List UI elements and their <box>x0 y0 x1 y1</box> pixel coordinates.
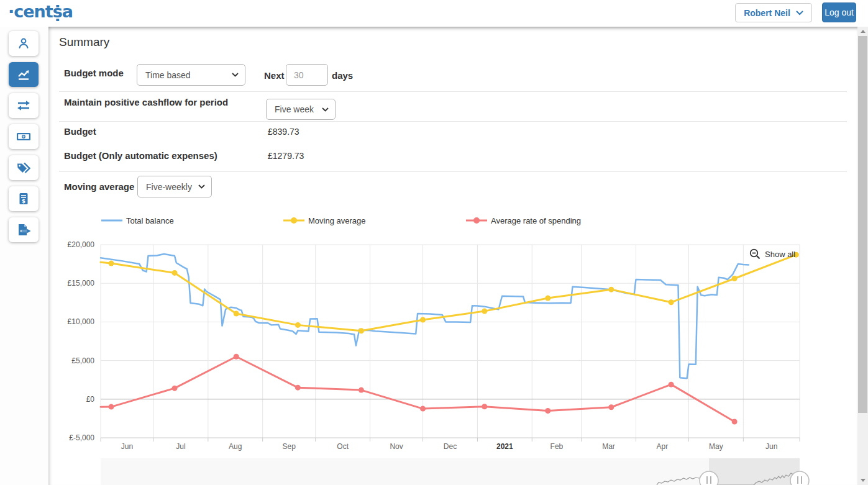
legend-item-avg-spending[interactable]: Average rate of spending <box>466 215 581 225</box>
svg-text:Oct: Oct <box>337 442 349 451</box>
marker-moving_average[interactable] <box>732 276 738 281</box>
scrollbar-up-arrow[interactable] <box>857 27 868 36</box>
cashflow-period-value: Five week <box>275 104 314 114</box>
marker-moving_average[interactable] <box>545 296 550 301</box>
chevron-down-icon <box>198 184 205 189</box>
app-logo[interactable]: ·centṩa <box>8 2 73 21</box>
marker-moving_average[interactable] <box>109 261 114 266</box>
show-all-button[interactable]: Show all <box>749 248 795 260</box>
legend-line-sample <box>101 217 122 224</box>
budget-mode-select[interactable]: Time based <box>137 64 245 86</box>
sidebar-item-export[interactable] <box>9 217 39 242</box>
transfers-icon <box>16 98 32 113</box>
budget-value: £839.73 <box>268 127 299 137</box>
navigator-window[interactable] <box>709 458 800 485</box>
marker-avg_rate_of_spending[interactable] <box>234 354 239 360</box>
svg-text:£-5,000: £-5,000 <box>69 433 94 442</box>
svg-text:Jun: Jun <box>121 442 133 451</box>
marker-avg_rate_of_spending[interactable] <box>669 382 674 388</box>
marker-moving_average[interactable] <box>295 322 301 328</box>
chart-line-icon <box>16 67 31 82</box>
chevron-down-icon <box>796 11 803 16</box>
scrollbar-thumb[interactable] <box>858 36 867 413</box>
svg-text:Nov: Nov <box>390 442 403 451</box>
svg-text:Apr: Apr <box>657 442 669 451</box>
marker-avg_rate_of_spending[interactable] <box>295 385 301 391</box>
marker-moving_average[interactable] <box>669 299 674 305</box>
app-header: ·centṩa Robert Neil Log out <box>0 0 868 27</box>
marker-moving_average[interactable] <box>482 309 487 314</box>
marker-moving_average[interactable] <box>172 270 178 276</box>
sidebar-item-invoices[interactable]: $ <box>9 186 39 211</box>
budget-label: Budget <box>64 126 96 137</box>
marker-avg_rate_of_spending[interactable] <box>109 404 114 410</box>
marker-avg_rate_of_spending[interactable] <box>732 419 738 425</box>
series-moving_average <box>101 255 796 331</box>
days-label: days <box>332 70 353 81</box>
cashflow-period-select[interactable]: Five week <box>266 99 336 120</box>
navigator-handle-left[interactable] <box>700 471 718 485</box>
vertical-scrollbar[interactable] <box>857 27 868 485</box>
legend-item-total-balance[interactable]: Total balance <box>101 215 174 225</box>
user-icon <box>16 36 31 51</box>
marker-moving_average[interactable] <box>359 328 364 333</box>
sidebar-item-transactions[interactable] <box>9 93 39 118</box>
logout-button[interactable]: Log out <box>822 2 856 22</box>
budget-auto-label: Budget (Only automatic expenses) <box>64 150 217 161</box>
cashflow-label: Maintain positive cashflow for period <box>64 97 228 107</box>
next-days-input[interactable] <box>286 64 328 86</box>
marker-avg_rate_of_spending[interactable] <box>359 388 364 393</box>
marker-avg_rate_of_spending[interactable] <box>482 404 487 409</box>
marker-moving_average[interactable] <box>234 310 239 316</box>
svg-text:£15,000: £15,000 <box>68 279 95 288</box>
moving-average-value: Five-weekly <box>146 182 192 192</box>
banknote-icon <box>16 129 32 144</box>
legend-line-sample <box>466 217 487 224</box>
sidebar-item-profile[interactable] <box>9 31 39 56</box>
svg-text:$: $ <box>22 198 25 204</box>
svg-text:Feb: Feb <box>550 442 564 451</box>
svg-text:Aug: Aug <box>229 442 242 451</box>
sidebar-item-tags[interactable] <box>9 155 39 180</box>
svg-text:2021: 2021 <box>496 442 513 451</box>
sidebar-item-summary[interactable] <box>9 62 39 87</box>
marker-avg_rate_of_spending[interactable] <box>608 404 614 410</box>
navigator-handle-right[interactable] <box>790 471 809 485</box>
series-total_balance <box>101 254 749 378</box>
svg-text:Mar: Mar <box>602 442 615 451</box>
chevron-down-icon <box>322 107 329 112</box>
chart-navigator[interactable] <box>101 458 800 485</box>
moving-average-label: Moving average <box>64 181 134 192</box>
scrollbar-down-arrow[interactable] <box>857 476 868 485</box>
chevron-down-icon <box>232 73 239 77</box>
marker-avg_rate_of_spending[interactable] <box>420 406 426 412</box>
marker-avg_rate_of_spending[interactable] <box>545 408 550 414</box>
app-page: ·centṩa Robert Neil Log out <box>0 0 868 485</box>
sidebar-item-money[interactable] <box>9 124 39 149</box>
balance-chart-svg[interactable]: £20,000£15,000£10,000£5,000£0£-5,000JunJ… <box>59 239 826 485</box>
zoom-out-icon <box>749 248 761 260</box>
moving-average-select[interactable]: Five-weekly <box>137 176 212 197</box>
budget-mode-value: Time based <box>145 70 191 80</box>
svg-text:Sep: Sep <box>283 442 296 451</box>
user-name: Robert Neil <box>744 8 790 18</box>
svg-text:Jun: Jun <box>765 442 777 451</box>
svg-text:£10,000: £10,000 <box>68 317 95 326</box>
sidebar: $ <box>0 27 48 485</box>
legend-item-moving-average[interactable]: Moving average <box>283 215 366 225</box>
triangle-up-icon <box>861 30 866 33</box>
marker-moving_average[interactable] <box>420 317 426 323</box>
svg-text:Jul: Jul <box>176 442 185 451</box>
svg-text:£5,000: £5,000 <box>71 356 94 365</box>
marker-avg_rate_of_spending[interactable] <box>172 386 178 391</box>
svg-text:£0: £0 <box>86 395 95 404</box>
file-export-icon <box>16 222 32 237</box>
budget-mode-label: Budget mode <box>64 68 124 78</box>
user-menu[interactable]: Robert Neil <box>735 3 812 22</box>
series-avg_rate_of_spending <box>101 356 734 422</box>
marker-moving_average[interactable] <box>608 287 614 292</box>
page-title: Summary <box>59 35 109 49</box>
svg-text:£20,000: £20,000 <box>68 240 95 249</box>
main-content: Summary Budget mode Time based Next days… <box>48 27 857 485</box>
invoice-dollar-icon: $ <box>16 191 31 206</box>
